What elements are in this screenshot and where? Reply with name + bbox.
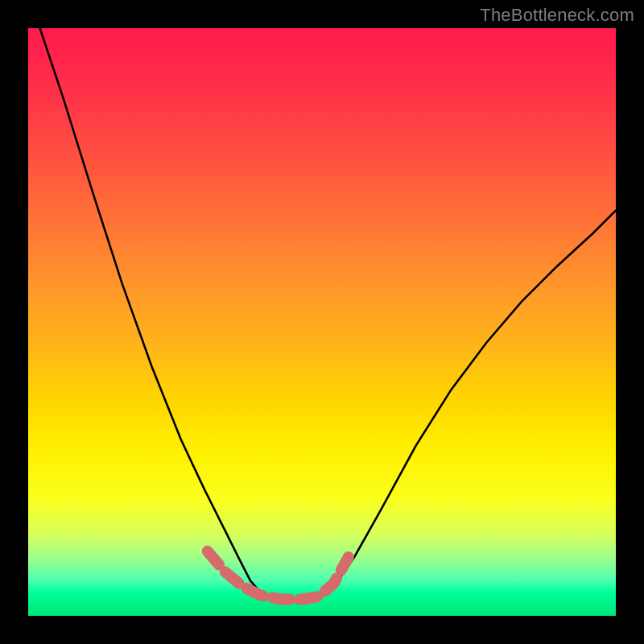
attribution-label: TheBottleneck.com xyxy=(480,5,634,26)
bottleneck-curve-left xyxy=(40,28,270,598)
bottom-highlight xyxy=(208,551,349,600)
plot-area xyxy=(28,28,616,616)
chart-frame: TheBottleneck.com xyxy=(0,0,644,644)
curve-layer xyxy=(28,28,616,616)
bottleneck-curve-right xyxy=(319,210,616,598)
